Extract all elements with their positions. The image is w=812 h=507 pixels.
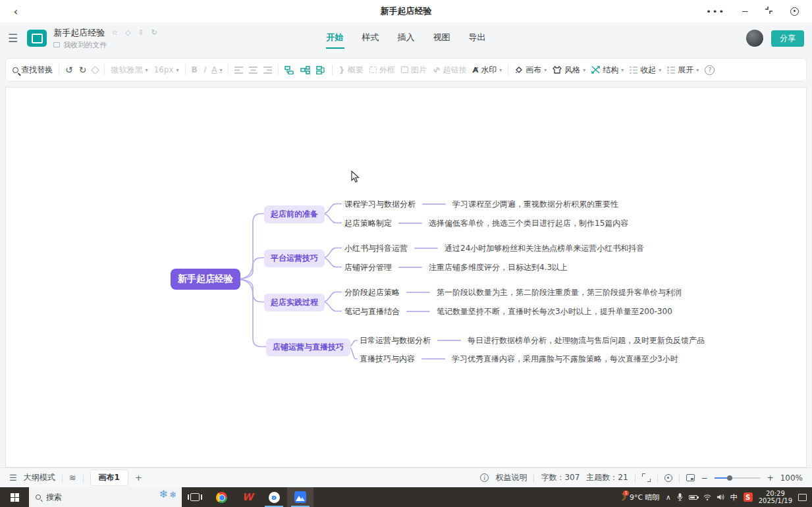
minimap-icon[interactable] bbox=[686, 474, 695, 481]
help-icon[interactable]: ? bbox=[705, 65, 715, 75]
close-button[interactable] bbox=[790, 7, 799, 16]
tab-style[interactable]: 样式 bbox=[362, 28, 380, 49]
style-button[interactable]: 风格▾ bbox=[553, 65, 585, 76]
align-left-button[interactable] bbox=[234, 67, 243, 74]
mindmap-leaf-row[interactable]: 小红书与抖音运营 通过24小时加够粉丝和关注热点榜单来运营小红书和抖音 bbox=[344, 242, 644, 254]
mindmap-leaf-row[interactable]: 分阶段起店策略 第一阶段以数量为主，第二阶段注重质量，第三阶段提升客单价与利润 bbox=[344, 286, 682, 298]
tab-view[interactable]: 视图 bbox=[433, 28, 451, 49]
mindmap-leaf-row[interactable]: 课程学习与数据分析 学习课程至少两遍，重视数据分析积累的重要性 bbox=[344, 198, 618, 210]
document-title[interactable]: 新手起店经验 bbox=[53, 27, 105, 39]
taskbar-search[interactable]: 搜索 ❄❄ bbox=[29, 487, 182, 507]
minimize-button[interactable]: ─ bbox=[742, 7, 747, 16]
leaf-desc[interactable]: 通过24小时加够粉丝和关注热点榜单来运营小红书和抖音 bbox=[445, 243, 644, 254]
tab-export[interactable]: 导出 bbox=[468, 28, 487, 49]
tray-expand-icon[interactable]: ∧ bbox=[666, 493, 671, 502]
redo-button[interactable]: ↻ bbox=[79, 65, 87, 75]
battery-icon[interactable] bbox=[689, 495, 697, 500]
mindmap-leaf-row[interactable]: 笔记与直播结合 笔记数量坚持不断，直播时长每次3小时以上，提升单量至200-30… bbox=[344, 306, 672, 317]
font-size-select[interactable]: 16px▾ bbox=[153, 65, 178, 74]
watermark-button[interactable]: A̸水印▾ bbox=[473, 65, 502, 76]
mindmap-leaf-row[interactable]: 日常运营与数据分析 每日进行数据榜单分析，处理物流与售后问题，及时更新负反馈产品 bbox=[360, 334, 705, 346]
microphone-icon[interactable] bbox=[677, 493, 683, 501]
download-icon[interactable]: ⇩ bbox=[138, 28, 144, 37]
summary-button[interactable]: }概要 bbox=[338, 65, 363, 76]
mindmap-leaf-row[interactable]: 起店策略制定 选择偏低客单价，挑选三个类目进行起店，制作15篇内容 bbox=[344, 217, 628, 229]
bold-button[interactable]: B bbox=[192, 65, 198, 74]
outline-mode-button[interactable]: 大纲模式 bbox=[24, 472, 55, 483]
taskbar-dingtalk[interactable]: ʚ bbox=[261, 487, 287, 507]
italic-button[interactable]: I bbox=[203, 65, 206, 74]
star-icon[interactable]: ☆ bbox=[111, 28, 118, 37]
history-icon[interactable]: ↻ bbox=[151, 28, 157, 37]
mindmap-branch-node[interactable]: 平台运营技巧 bbox=[264, 250, 325, 267]
mindmap-leaf-row[interactable]: 店铺评分管理 注重店铺多维度评分，目标达到4.3以上 bbox=[344, 261, 568, 273]
hyperlink-button[interactable]: 超链接 bbox=[433, 65, 467, 76]
menu-icon[interactable]: ☰ bbox=[8, 32, 18, 45]
mindmap-root-node[interactable]: 新手起店经验 bbox=[171, 269, 240, 290]
sogou-icon[interactable]: S bbox=[744, 493, 753, 502]
leaf-label[interactable]: 店铺评分管理 bbox=[344, 262, 392, 273]
leaf-label[interactable]: 直播技巧与内容 bbox=[360, 354, 415, 365]
zoom-slider-knob[interactable] bbox=[727, 475, 732, 481]
leaf-label[interactable]: 起店策略制定 bbox=[344, 218, 392, 229]
leaf-label[interactable]: 小红书与抖音运营 bbox=[344, 243, 408, 254]
layers-icon[interactable]: ≋ bbox=[69, 473, 76, 483]
leaf-desc[interactable]: 学习优秀直播内容，采用露脸与不露脸策略，每次直播至少3小时 bbox=[452, 354, 678, 365]
start-button[interactable] bbox=[0, 487, 29, 507]
zoom-in-button[interactable]: + bbox=[767, 473, 774, 483]
expand-button[interactable]: 展开▾ bbox=[667, 65, 699, 76]
structure-button[interactable]: 结构▾ bbox=[591, 65, 624, 76]
taskbar-wps[interactable]: W bbox=[234, 487, 261, 507]
more-options-icon[interactable]: ••• bbox=[706, 7, 725, 16]
task-view-button[interactable] bbox=[182, 487, 208, 507]
add-canvas-button[interactable]: + bbox=[135, 473, 142, 483]
fullscreen-icon[interactable] bbox=[642, 473, 651, 482]
leaf-label[interactable]: 课程学习与数据分析 bbox=[344, 199, 416, 210]
font-color-button[interactable]: A▾ bbox=[211, 65, 222, 74]
mindmap-leaf-row[interactable]: 直播技巧与内容 学习优秀直播内容，采用露脸与不露脸策略，每次直播至少3小时 bbox=[360, 353, 678, 365]
insert-sibling-topic-button[interactable] bbox=[284, 66, 294, 74]
locate-center-icon[interactable] bbox=[664, 474, 672, 482]
leaf-desc[interactable]: 选择偏低客单价，挑选三个类目进行起店，制作15篇内容 bbox=[429, 218, 628, 229]
mindmap-branch-node[interactable]: 起店前的准备 bbox=[264, 205, 325, 223]
taskbar-chrome[interactable] bbox=[208, 487, 234, 507]
insert-child-topic-button[interactable] bbox=[300, 66, 310, 74]
mindmap-canvas[interactable]: 新手起店经验 起店前的准备 平台运营技巧 起店实践过程 店铺运营与直播技巧 课程… bbox=[5, 87, 807, 467]
speaker-icon[interactable] bbox=[717, 494, 724, 500]
leaf-label[interactable]: 笔记与直播结合 bbox=[344, 306, 400, 317]
zoom-slider[interactable] bbox=[715, 477, 761, 479]
undo-button[interactable]: ↺ bbox=[65, 65, 73, 75]
leaf-desc[interactable]: 笔记数量坚持不断，直播时长每次3小时以上，提升单量至200-300 bbox=[437, 306, 672, 317]
leaf-label[interactable]: 分阶段起店策略 bbox=[344, 287, 400, 298]
leaf-desc[interactable]: 注重店铺多维度评分，目标达到4.3以上 bbox=[429, 262, 568, 273]
insert-parent-topic-button[interactable] bbox=[316, 66, 326, 74]
align-right-button[interactable] bbox=[263, 67, 272, 74]
font-family-select[interactable]: 微软雅黑▾ bbox=[111, 65, 148, 76]
taskbar-clock[interactable]: 20:29 2025/1/19 bbox=[759, 490, 792, 504]
document-location[interactable]: 我收到的文件 bbox=[63, 40, 107, 50]
ime-indicator[interactable]: 中 bbox=[730, 493, 738, 502]
mindmap-branch-node[interactable]: 店铺运营与直播技巧 bbox=[266, 338, 350, 356]
image-button[interactable]: 图片 bbox=[401, 65, 427, 76]
leaf-label[interactable]: 日常运营与数据分析 bbox=[360, 335, 431, 346]
rights-link[interactable]: 权益说明 bbox=[495, 472, 527, 483]
restore-button[interactable] bbox=[765, 6, 773, 16]
tag-icon[interactable]: ◇ bbox=[125, 28, 130, 37]
leaf-desc[interactable]: 学习课程至少两遍，重视数据分析积累的重要性 bbox=[452, 199, 618, 210]
zoom-out-button[interactable]: − bbox=[701, 473, 708, 483]
format-painter-button[interactable] bbox=[92, 67, 98, 73]
leaf-desc[interactable]: 每日进行数据榜单分析，处理物流与售后问题，及时更新负反馈产品 bbox=[468, 335, 705, 346]
weather-widget[interactable]: ☽ 1 9°C 晴朗 bbox=[618, 492, 659, 502]
canvas-tab[interactable]: 画布1 bbox=[90, 469, 128, 486]
mindmap-branch-node[interactable]: 起店实践过程 bbox=[264, 294, 325, 311]
notification-icon[interactable] bbox=[798, 494, 807, 501]
wifi-icon[interactable] bbox=[703, 494, 711, 500]
taskbar-mindmap-app[interactable] bbox=[287, 487, 313, 507]
tab-insert[interactable]: 插入 bbox=[397, 28, 416, 49]
canvas-style-button[interactable]: 画布▾ bbox=[514, 65, 547, 76]
collapse-button[interactable]: 收起▾ bbox=[630, 65, 661, 76]
find-replace-button[interactable]: 查找替换 bbox=[13, 65, 53, 76]
tab-start[interactable]: 开始 bbox=[326, 28, 344, 49]
align-center-button[interactable] bbox=[249, 67, 257, 74]
avatar[interactable] bbox=[746, 30, 763, 47]
